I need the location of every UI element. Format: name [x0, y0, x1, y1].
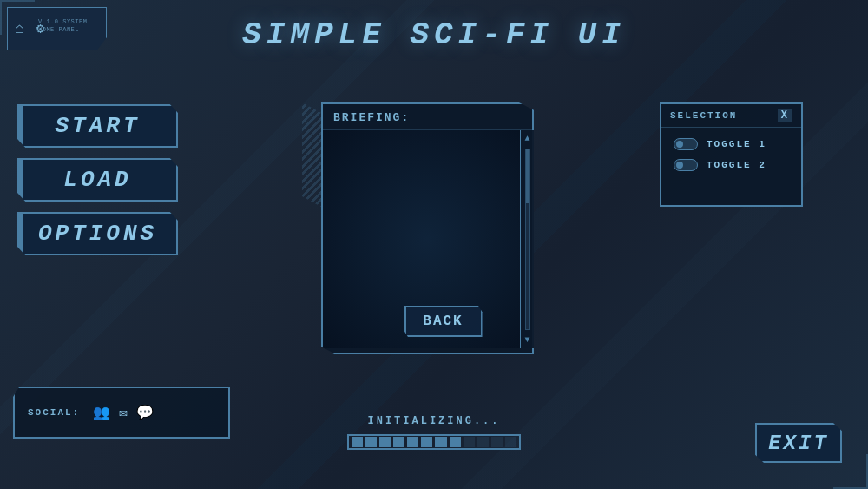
- scroll-thumb: [526, 149, 529, 203]
- back-button[interactable]: BACK: [404, 306, 483, 337]
- briefing-header: BRIEFING:: [323, 104, 532, 130]
- social-icons: 👥 ✉ 💬: [93, 404, 154, 421]
- options-button[interactable]: OPTIONS: [17, 212, 178, 255]
- menu-buttons: START LOAD OPTIONS: [17, 104, 178, 255]
- scroll-down-arrow[interactable]: ▼: [524, 335, 529, 345]
- toggle1-row: TOGGLE 1: [674, 138, 789, 150]
- toggle2-switch[interactable]: [674, 159, 698, 171]
- toggle1-switch[interactable]: [674, 138, 698, 150]
- social-label: SOCIAL:: [28, 407, 80, 418]
- selection-content: TOGGLE 1 TOGGLE 2: [661, 128, 801, 182]
- progress-segment-10: [491, 437, 503, 447]
- progress-segment-7: [450, 437, 461, 447]
- progress-segment-3: [393, 437, 404, 447]
- progress-section: INITIALIZING...: [347, 415, 521, 450]
- progress-bar: [347, 434, 521, 450]
- progress-segment-0: [352, 437, 363, 447]
- progress-segment-2: [379, 437, 391, 447]
- progress-segment-8: [464, 437, 475, 447]
- progress-segment-9: [477, 437, 489, 447]
- selection-header: SELECTION X: [661, 104, 801, 128]
- progress-segment-4: [407, 437, 418, 447]
- toggle2-row: TOGGLE 2: [674, 159, 789, 171]
- load-button[interactable]: LOAD: [17, 158, 178, 202]
- progress-segment-6: [435, 437, 446, 447]
- scroll-track[interactable]: [525, 149, 530, 330]
- start-button[interactable]: START: [17, 104, 178, 148]
- chat-icon[interactable]: 💬: [136, 404, 154, 421]
- social-panel: SOCIAL: 👥 ✉ 💬: [13, 387, 230, 439]
- progress-segment-1: [365, 437, 377, 447]
- selection-close-button[interactable]: X: [778, 109, 792, 122]
- exit-button[interactable]: EXIT: [755, 423, 842, 463]
- stripe-decoration: [302, 102, 321, 207]
- toggle1-label: TOGGLE 1: [707, 139, 766, 149]
- mail-icon[interactable]: ✉: [119, 404, 128, 421]
- main-title: SIMPLE SCI-FI UI: [0, 17, 868, 53]
- selection-panel: SELECTION X TOGGLE 1 TOGGLE 2: [660, 102, 803, 207]
- briefing-scrollbar[interactable]: ▲ ▼: [520, 130, 534, 348]
- toggle2-label: TOGGLE 2: [707, 160, 766, 170]
- progress-label: INITIALIZING...: [367, 415, 500, 427]
- progress-segment-11: [505, 437, 516, 447]
- scroll-up-arrow[interactable]: ▲: [524, 134, 529, 143]
- progress-segment-5: [421, 437, 432, 447]
- friends-icon[interactable]: 👥: [93, 404, 110, 421]
- briefing-panel: BRIEFING: ▲ ▼ BACK: [321, 102, 534, 354]
- selection-title: SELECTION: [670, 110, 737, 121]
